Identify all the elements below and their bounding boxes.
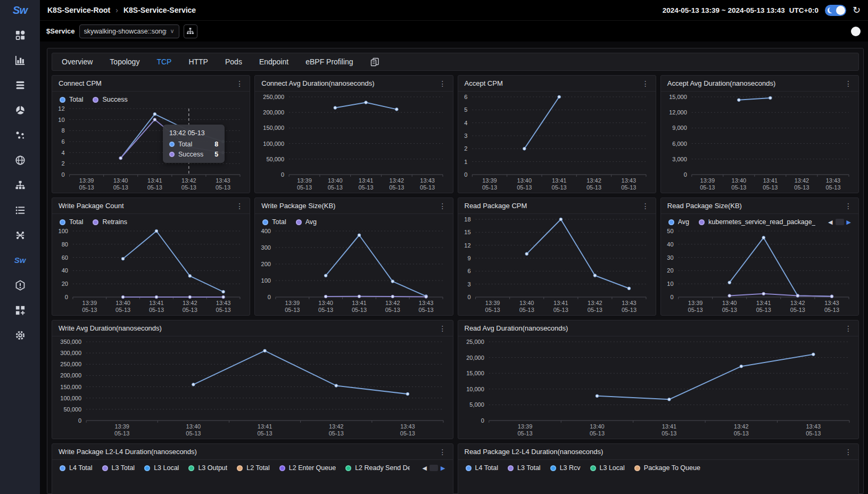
tab-topology[interactable]: Topology xyxy=(110,57,139,66)
sidebar-item-layers[interactable] xyxy=(9,76,32,94)
legend-item[interactable]: L2 Enter Queue xyxy=(279,464,336,472)
svg-text:13:43: 13:43 xyxy=(824,300,839,306)
legend-item[interactable]: Success xyxy=(93,96,127,103)
svg-text:05-13: 05-13 xyxy=(297,184,312,191)
legend-item[interactable]: Total xyxy=(60,96,83,103)
sidebar-item-skywalking[interactable]: Sw xyxy=(9,251,32,269)
kebab-menu-icon[interactable]: ⋮ xyxy=(439,448,447,456)
sidebar-item-dashboard[interactable] xyxy=(9,26,32,44)
line-chart[interactable]: 050,000100,000150,000200,000250,00013:39… xyxy=(255,92,452,193)
legend-item[interactable]: L3 Total xyxy=(508,464,541,472)
line-chart[interactable]: 012345613:3905-1313:4005-1313:4105-1313:… xyxy=(458,92,656,193)
edit-mode-toggle[interactable] xyxy=(851,27,861,36)
legend-next-icon[interactable]: ▶ xyxy=(441,465,445,472)
svg-text:05-13: 05-13 xyxy=(790,307,805,313)
chart-panel-header: Write Package L2-L4 Duration(nanoseconds… xyxy=(52,444,453,460)
svg-text:0: 0 xyxy=(268,294,271,300)
legend-item[interactable]: L3 Total xyxy=(102,464,135,472)
line-chart[interactable] xyxy=(52,472,453,494)
svg-text:05-13: 05-13 xyxy=(79,184,94,191)
toggle-knob xyxy=(836,6,845,15)
sidebar-item-hierarchy[interactable] xyxy=(9,176,32,194)
legend-item[interactable]: Retrains xyxy=(93,218,127,226)
legend-item[interactable]: Avg xyxy=(668,218,689,226)
copy-tabs-icon[interactable] xyxy=(370,57,379,67)
svg-text:50,000: 50,000 xyxy=(63,406,81,413)
kebab-menu-icon[interactable]: ⋮ xyxy=(845,448,852,456)
sidebar-item-alert[interactable] xyxy=(9,276,32,294)
line-chart[interactable]: 036912151813:3905-1313:4005-1313:4105-13… xyxy=(458,214,656,315)
kebab-menu-icon[interactable]: ⋮ xyxy=(845,80,852,87)
sidebar-item-new-dashboard[interactable] xyxy=(9,301,32,319)
chart-svg: 050,000100,000150,000200,000250,00013:39… xyxy=(255,92,452,193)
legend-prev-icon[interactable]: ◀ xyxy=(423,465,427,472)
legend-items: TotalRetrains xyxy=(60,218,242,226)
kebab-menu-icon[interactable]: ⋮ xyxy=(642,80,649,87)
legend-item[interactable]: L2 Total xyxy=(237,464,270,472)
sidebar-item-pie-chart[interactable] xyxy=(9,101,32,119)
tab-pods[interactable]: Pods xyxy=(225,57,242,66)
topology-lookup-button[interactable] xyxy=(184,24,197,38)
line-chart[interactable]: 03,0006,0009,00012,00015,00013:3905-1313… xyxy=(661,92,858,193)
kebab-menu-icon[interactable]: ⋮ xyxy=(439,202,447,210)
legend-label: Package To Queue xyxy=(644,464,700,472)
kebab-menu-icon[interactable]: ⋮ xyxy=(236,202,243,210)
chart-panel-header: Accept CPM⋮ xyxy=(458,76,656,92)
svg-text:05-13: 05-13 xyxy=(318,307,333,313)
tab-endpoint[interactable]: Endpoint xyxy=(259,57,288,66)
sidebar-item-bar-chart[interactable] xyxy=(9,51,32,69)
sidebar-item-scatter[interactable] xyxy=(9,126,32,144)
legend-item[interactable]: Package To Queue xyxy=(634,464,700,472)
svg-text:0: 0 xyxy=(481,417,484,424)
legend-item[interactable]: L4 Total xyxy=(466,464,499,472)
legend-item[interactable]: L3 Rcv xyxy=(550,464,581,472)
line-chart[interactable]: 050,000100,000150,000200,000250,000300,0… xyxy=(52,336,453,439)
svg-text:3: 3 xyxy=(467,281,470,287)
tab-tcp[interactable]: TCP xyxy=(156,57,171,66)
tab-http[interactable]: HTTP xyxy=(188,57,208,66)
line-chart[interactable]: 0102030405013:3905-1313:4005-1313:4105-1… xyxy=(661,226,858,315)
kebab-menu-icon[interactable]: ⋮ xyxy=(439,325,447,332)
kebab-menu-icon[interactable]: ⋮ xyxy=(845,325,852,332)
sidebar-item-globe[interactable] xyxy=(9,151,32,169)
kebab-menu-icon[interactable]: ⋮ xyxy=(439,80,447,87)
legend-item[interactable]: L3 Local xyxy=(590,464,625,472)
kebab-menu-icon[interactable]: ⋮ xyxy=(642,202,649,210)
dark-mode-toggle[interactable] xyxy=(825,5,846,16)
sidebar-item-settings[interactable] xyxy=(9,326,32,344)
sidebar-item-list[interactable] xyxy=(9,201,32,219)
legend-item[interactable]: Total xyxy=(60,218,83,226)
tab-overview[interactable]: Overview xyxy=(62,57,93,66)
kebab-menu-icon[interactable]: ⋮ xyxy=(845,202,852,210)
legend-item[interactable]: Avg xyxy=(296,218,317,226)
tab-ebpf-profiling[interactable]: eBPF Profiling xyxy=(305,57,353,66)
svg-text:05-13: 05-13 xyxy=(825,184,840,191)
legend-prev-icon[interactable]: ◀ xyxy=(828,219,832,226)
line-chart[interactable]: 02468101213:3905-1313:4005-1313:4105-131… xyxy=(52,103,250,193)
legend-item[interactable]: kubernetes_service_read_package_size xyxy=(699,218,815,226)
line-chart[interactable] xyxy=(458,472,859,494)
legend-item[interactable]: L3 Output xyxy=(188,464,227,472)
line-chart[interactable]: 02040608010013:3905-1313:4005-1313:4105-… xyxy=(52,226,250,315)
svg-text:05-13: 05-13 xyxy=(517,430,532,437)
legend-item[interactable]: Total xyxy=(262,218,286,226)
svg-text:3: 3 xyxy=(464,133,467,139)
legend-item[interactable]: L2 Ready Send Device xyxy=(345,464,409,472)
time-range-picker[interactable]: 2024-05-13 13:39 ~ 2024-05-13 13:43 xyxy=(663,6,785,14)
service-select[interactable]: skywalking-showcase::songs.s ∨ xyxy=(79,24,179,38)
refresh-icon[interactable]: ↻ xyxy=(853,5,861,15)
legend-next-icon[interactable]: ▶ xyxy=(847,219,851,226)
svg-text:13:42: 13:42 xyxy=(586,177,601,184)
svg-text:13:43: 13:43 xyxy=(825,177,840,184)
kebab-menu-icon[interactable]: ⋮ xyxy=(236,80,243,87)
chart-panel: Read Avg Duration(nanoseconds)⋮05,00010,… xyxy=(458,320,859,439)
legend-item[interactable]: L4 Total xyxy=(60,464,93,472)
legend-item[interactable]: L3 Local xyxy=(144,464,179,472)
svg-text:12: 12 xyxy=(58,105,64,112)
breadcrumb-root[interactable]: K8S-Service-Root xyxy=(47,6,110,14)
sidebar-item-topology[interactable] xyxy=(9,226,32,244)
line-chart[interactable]: 05,00010,00015,00020,00025,00013:3905-13… xyxy=(458,336,859,439)
svg-text:05-13: 05-13 xyxy=(114,430,129,437)
line-chart[interactable]: 010020030040013:3905-1313:4005-1313:4105… xyxy=(255,226,452,315)
main-area: K8S-Service-Root › K8S-Service-Service 2… xyxy=(40,0,868,494)
